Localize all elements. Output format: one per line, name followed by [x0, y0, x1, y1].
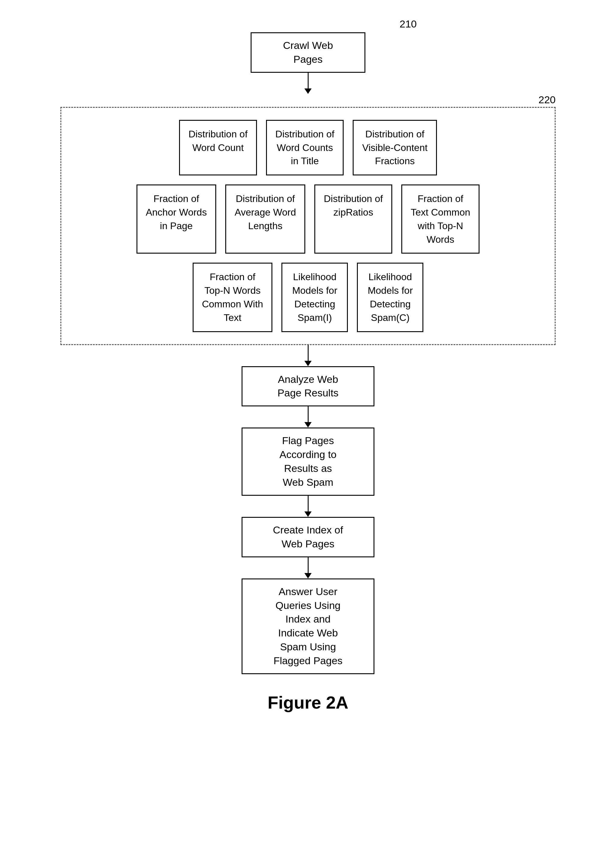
arrow-210-to-220	[304, 73, 312, 94]
features-grid: Distribution ofWord Count Distribution o…	[76, 120, 540, 332]
feature-zip-ratios: Distribution ofzipRatios	[314, 184, 392, 254]
feature-text-common-topn: Fraction ofText Commonwith Top-NWords	[401, 184, 479, 254]
feature-anchor-words: Fraction ofAnchor Wordsin Page	[137, 184, 216, 254]
arrow-230-to-240	[304, 407, 312, 427]
feature-word-count: Distribution ofWord Count	[179, 120, 257, 176]
feature-likelihood-spam-c: LikelihoodModels forDetectingSpam(C)	[357, 263, 423, 332]
features-row-3: Fraction ofTop-N WordsCommon WithText Li…	[76, 263, 540, 332]
step-260-wrapper: Answer UserQueries UsingIndex andIndicat…	[242, 578, 374, 674]
step-210-box: Crawl WebPages	[251, 32, 365, 73]
label-210: 210	[399, 18, 417, 30]
arrow-220-to-230	[304, 345, 312, 366]
step-230-wrapper: Analyze WebPage Results	[242, 366, 374, 407]
step-240-box: Flag PagesAccording toResults asWeb Spam	[242, 427, 374, 496]
arrow-250-to-260	[304, 557, 312, 578]
step-250-box: Create Index ofWeb Pages	[242, 517, 374, 557]
label-220: 220	[538, 94, 556, 106]
feature-word-counts-title: Distribution ofWord Countsin Title	[266, 120, 344, 176]
step-230-box: Analyze WebPage Results	[242, 366, 374, 407]
feature-topn-common-text: Fraction ofTop-N WordsCommon WithText	[193, 263, 273, 332]
features-row-1: Distribution ofWord Count Distribution o…	[76, 120, 540, 176]
step-210-wrapper: Crawl WebPages	[251, 32, 365, 73]
feature-avg-word-lengths: Distribution ofAverage WordLengths	[225, 184, 305, 254]
arrow-240-to-250	[304, 496, 312, 517]
dashed-box-220: Distribution ofWord Count Distribution o…	[60, 107, 556, 345]
step-240-wrapper: Flag PagesAccording toResults asWeb Spam	[242, 427, 374, 496]
features-row-2: Fraction ofAnchor Wordsin Page Distribut…	[76, 184, 540, 254]
step-260-box: Answer UserQueries UsingIndex andIndicat…	[242, 578, 374, 674]
figure-caption: Figure 2A	[267, 692, 349, 713]
diagram-container: 210 Crawl WebPages 220 Distribution ofWo…	[0, 0, 616, 731]
step-250-wrapper: Create Index ofWeb Pages	[242, 517, 374, 557]
feature-likelihood-spam-i: LikelihoodModels forDetectingSpam(I)	[281, 263, 348, 332]
feature-visible-content: Distribution ofVisible-ContentFractions	[353, 120, 437, 176]
